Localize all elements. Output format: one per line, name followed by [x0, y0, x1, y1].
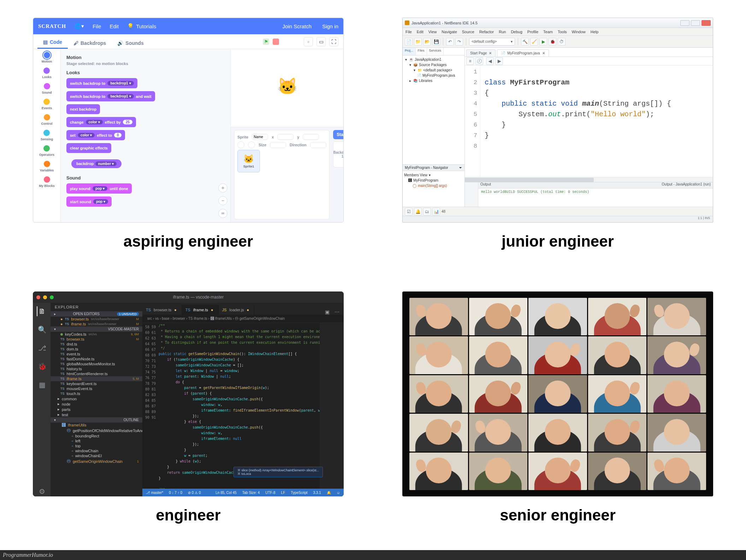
new-file-icon[interactable]: 📄	[405, 38, 413, 46]
outline-item[interactable]: ⓜ getPositionOfChildWindowRelativeToAnce…	[51, 428, 142, 434]
undo-icon[interactable]: ↶	[446, 38, 454, 46]
category-variables[interactable]: Variables	[40, 161, 54, 172]
file-tab[interactable]: 📄 MyFirstProgram.java ✕	[497, 49, 549, 57]
scratch-block[interactable]: play sound pop ▾ until done	[66, 183, 132, 194]
sprite-y-input[interactable]	[303, 134, 319, 140]
stop-icon[interactable]	[273, 39, 279, 45]
history-icon[interactable]: 🕘	[475, 57, 483, 65]
participant-tile[interactable]	[588, 414, 647, 451]
eol[interactable]: LF	[281, 491, 285, 495]
nav-method[interactable]: ◯ main(String[] args)	[404, 183, 463, 188]
menu-tutorials[interactable]: 💡 Tutorials	[127, 23, 156, 29]
menu-edit[interactable]: Edit	[417, 30, 424, 34]
folder-item[interactable]: ▸ node	[51, 401, 142, 407]
problems-status[interactable]: ⊘ 0 ⚠ 0	[188, 491, 201, 495]
participant-tile[interactable]	[647, 414, 706, 451]
folder-item[interactable]: ▸ common	[51, 396, 142, 401]
open-editor-item[interactable]: ● TS browser.ts src/vs/base/browserM	[51, 317, 142, 322]
participant-tile[interactable]	[588, 453, 647, 490]
editor-tab[interactable]: TS browser.ts ●	[142, 305, 182, 315]
menu-debug[interactable]: Debug	[511, 30, 522, 34]
show-toggle-on[interactable]	[237, 141, 244, 148]
category-sound[interactable]: Sound	[42, 83, 52, 94]
menu-view[interactable]: View	[428, 30, 437, 34]
services-tab[interactable]: Services	[427, 48, 444, 55]
file-item[interactable]: TS iframe.ts5, M	[51, 376, 142, 381]
tasks-icon[interactable]: ☑	[405, 208, 413, 216]
zoom-in-icon[interactable]: ＋	[218, 183, 227, 193]
menu-edit[interactable]: Edit	[109, 23, 119, 29]
category-sensing[interactable]: Sensing	[41, 130, 53, 141]
category-control[interactable]: Control	[41, 114, 53, 125]
editor-tab[interactable]: JS loader.js ●	[219, 305, 254, 315]
sprite-dir-input[interactable]	[310, 142, 326, 148]
redo-icon[interactable]: ↷	[455, 38, 463, 46]
participant-tile[interactable]	[409, 298, 468, 335]
file-item[interactable]: TS htmlContentRenderer.ts	[51, 371, 142, 376]
menu-window[interactable]: Window	[572, 30, 586, 34]
save-all-icon[interactable]: 💾	[432, 38, 440, 46]
run-icon[interactable]: ▶	[539, 38, 547, 46]
participant-tile[interactable]	[409, 336, 468, 374]
git-icon[interactable]: ⎇	[37, 343, 47, 353]
participant-tile[interactable]	[588, 375, 647, 413]
participant-tile[interactable]	[588, 336, 647, 374]
fullscreen-icon[interactable]: ⛶	[329, 37, 338, 46]
h-scrollbar[interactable]	[465, 177, 713, 182]
breadcrumb[interactable]: src › vs › base › browser › TS iframe.ts…	[142, 315, 344, 323]
maximize-icon[interactable]	[691, 20, 700, 26]
participant-tile[interactable]	[647, 298, 706, 335]
intellisense-popup[interactable]: ⌘ slice (method) Array<IWindowChainEleme…	[233, 467, 323, 477]
participant-tile[interactable]	[528, 453, 587, 490]
stage-thumbnail[interactable]: Backdrops 1	[333, 141, 344, 167]
category-looks[interactable]: Looks	[42, 67, 52, 79]
bell-icon[interactable]: 🔔	[327, 491, 331, 495]
file-item[interactable]: TS event.ts	[51, 352, 142, 356]
join-link[interactable]: Join Scratch	[283, 23, 312, 29]
ext-icon[interactable]: ▦	[37, 380, 47, 390]
participant-tile[interactable]	[588, 298, 647, 335]
participant-tile[interactable]	[647, 336, 706, 374]
participant-tile[interactable]	[469, 375, 528, 413]
menu-file[interactable]: File	[93, 23, 101, 29]
debug-icon[interactable]: 🐞	[549, 38, 556, 46]
clean-build-icon[interactable]: 🧹	[530, 38, 538, 46]
category-my-blocks[interactable]: My Blocks	[39, 176, 55, 188]
close-icon[interactable]	[701, 20, 711, 26]
tab-sounds[interactable]: 🔊 Sounds	[112, 37, 149, 49]
toggle-panel-icon[interactable]: ▣	[325, 309, 330, 315]
spaces[interactable]: Tab Size: 4	[242, 491, 260, 495]
outline-item[interactable]: ▫ top	[51, 443, 142, 448]
sprite-thumb[interactable]: 🐱 Sprite1	[237, 150, 260, 172]
scratch-block[interactable]: set color ▾ effect to 0	[66, 130, 125, 140]
workspace-section[interactable]: ▾ VSCODE-MASTER	[51, 326, 142, 332]
sprite-size-input[interactable]	[270, 142, 286, 148]
scratch-block[interactable]: next backdrop	[66, 104, 100, 114]
scratch-block[interactable]: change color ▾ effect by 25	[66, 117, 136, 127]
outline-item[interactable]: ▫ boundingRect	[51, 434, 142, 438]
file-item[interactable]: TS history.ts	[51, 366, 142, 371]
scratch-logo[interactable]: SCRATCH	[38, 23, 66, 29]
menu-refactor[interactable]: Refactor	[479, 30, 494, 34]
category-events[interactable]: Events	[42, 99, 52, 110]
projects-tab[interactable]: Proj...	[403, 48, 416, 55]
menu-team[interactable]: Team	[543, 30, 553, 34]
ts-version[interactable]: 3.3.1	[313, 491, 321, 495]
outline-item[interactable]: ▫ windowChain	[51, 448, 142, 453]
small-stage-icon[interactable]: ▫	[304, 37, 313, 46]
menu-help[interactable]: Help	[591, 30, 599, 34]
scratch-block[interactable]: start sound pop ▾	[66, 196, 112, 207]
menu-navigate[interactable]: Navigate	[442, 30, 457, 34]
zoom-reset-icon[interactable]: ＝	[218, 209, 227, 218]
menu-tools[interactable]: Tools	[558, 30, 567, 34]
code-editor[interactable]: 58 59 60 61 62 63 64 65 66 67 68 69 70 7…	[142, 323, 344, 489]
outline-item[interactable]: ▫ windowChainEl	[51, 453, 142, 458]
more-icon[interactable]: ⋯	[334, 309, 339, 315]
participant-tile[interactable]	[528, 298, 587, 335]
zoom-out-icon[interactable]: －	[218, 196, 227, 205]
open-icon[interactable]: 📂	[423, 38, 431, 46]
participant-tile[interactable]	[469, 298, 528, 335]
participant-tile[interactable]	[647, 375, 706, 413]
stage-tab-button[interactable]: Stage	[333, 130, 344, 139]
search-icon[interactable]: 🔍	[37, 325, 47, 335]
